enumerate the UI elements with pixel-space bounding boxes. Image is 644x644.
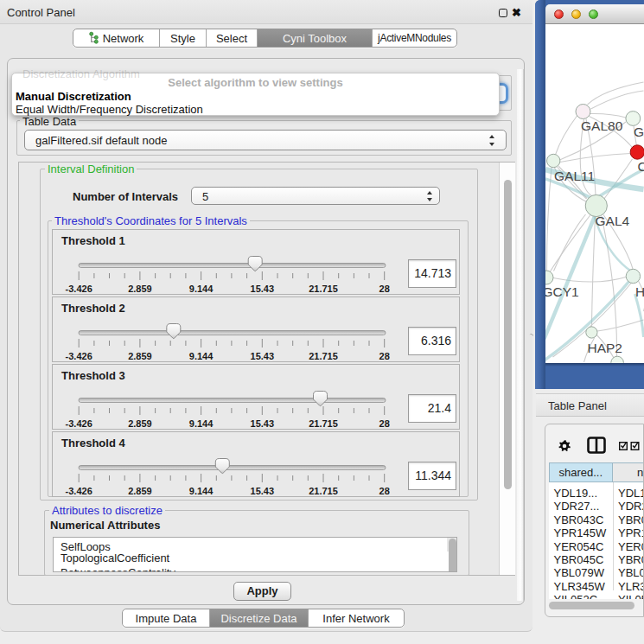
svg-text:HAP2: HAP2 bbox=[588, 341, 623, 355]
svg-text:-3.426: -3.426 bbox=[66, 486, 92, 496]
svg-text:-3.426: -3.426 bbox=[66, 351, 92, 361]
svg-text:9.144: 9.144 bbox=[189, 486, 214, 496]
svg-text:GAL80: GAL80 bbox=[581, 118, 623, 133]
svg-text:15.43: 15.43 bbox=[251, 486, 275, 496]
svg-text:21.715: 21.715 bbox=[309, 351, 338, 361]
svg-text:2.859: 2.859 bbox=[128, 351, 152, 361]
svg-text:H: H bbox=[635, 284, 644, 299]
svg-text:9.144: 9.144 bbox=[189, 284, 214, 294]
svg-text:28: 28 bbox=[379, 351, 390, 361]
svg-text:2.859: 2.859 bbox=[128, 418, 152, 429]
svg-text:21.715: 21.715 bbox=[309, 284, 338, 294]
svg-text:21.715: 21.715 bbox=[309, 418, 338, 429]
svg-text:2.859: 2.859 bbox=[128, 486, 152, 496]
svg-text:-3.426: -3.426 bbox=[66, 418, 92, 429]
svg-text:GAL4: GAL4 bbox=[596, 214, 630, 228]
svg-text:2.859: 2.859 bbox=[128, 284, 152, 294]
svg-text:21.715: 21.715 bbox=[309, 486, 338, 496]
svg-text:9.144: 9.144 bbox=[189, 418, 214, 429]
svg-text:GCY1: GCY1 bbox=[545, 284, 579, 299]
svg-text:28: 28 bbox=[379, 284, 390, 294]
svg-text:28: 28 bbox=[379, 486, 390, 496]
svg-text:GAL11: GAL11 bbox=[554, 169, 595, 183]
svg-text:C: C bbox=[638, 159, 644, 174]
svg-text:9.144: 9.144 bbox=[189, 351, 214, 361]
svg-text:15.43: 15.43 bbox=[251, 284, 275, 294]
svg-text:15.43: 15.43 bbox=[251, 351, 275, 361]
svg-text:-3.426: -3.426 bbox=[66, 284, 92, 294]
svg-text:28: 28 bbox=[379, 418, 390, 429]
svg-text:15.43: 15.43 bbox=[251, 418, 275, 429]
svg-text:GA: GA bbox=[634, 124, 644, 139]
